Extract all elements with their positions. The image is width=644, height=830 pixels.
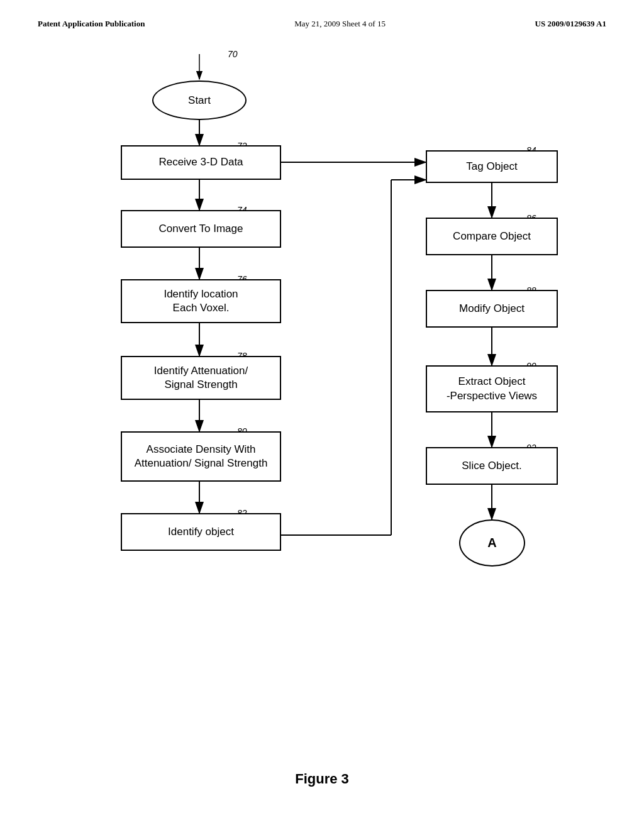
end-a-node: A — [459, 519, 525, 567]
header-center: May 21, 2009 Sheet 4 of 15 — [294, 19, 386, 29]
slice-object-node: Slice Object. — [426, 447, 558, 485]
extract-object-node: Extract Object -Perspective Views — [426, 365, 558, 412]
flowchart-diagram: 70 Start 72 Receive 3-D Data 74 Convert … — [52, 48, 592, 758]
header-right: US 2009/0129639 A1 — [535, 19, 606, 29]
identify-location-node: Identify location Each Voxel. — [121, 279, 281, 323]
tag-object-node: Tag Object — [426, 150, 558, 183]
start-node: Start — [152, 80, 247, 120]
identify-object-node: Identify object — [121, 513, 281, 551]
convert-to-image-node: Convert To Image — [121, 210, 281, 248]
page-header: Patent Application Publication May 21, 2… — [38, 19, 606, 29]
ref-70: 70 — [228, 49, 238, 59]
header-left: Patent Application Publication — [38, 19, 145, 29]
identify-attenuation-node: Identify Attenuation/ Signal Strength — [121, 356, 281, 400]
associate-density-node: Associate Density With Attenuation/ Sign… — [121, 431, 281, 482]
modify-object-node: Modify Object — [426, 290, 558, 328]
figure-caption: Figure 3 — [38, 771, 606, 787]
page: Patent Application Publication May 21, 2… — [0, 0, 644, 830]
compare-object-node: Compare Object — [426, 218, 558, 255]
receive-3d-data-node: Receive 3-D Data — [121, 145, 281, 180]
